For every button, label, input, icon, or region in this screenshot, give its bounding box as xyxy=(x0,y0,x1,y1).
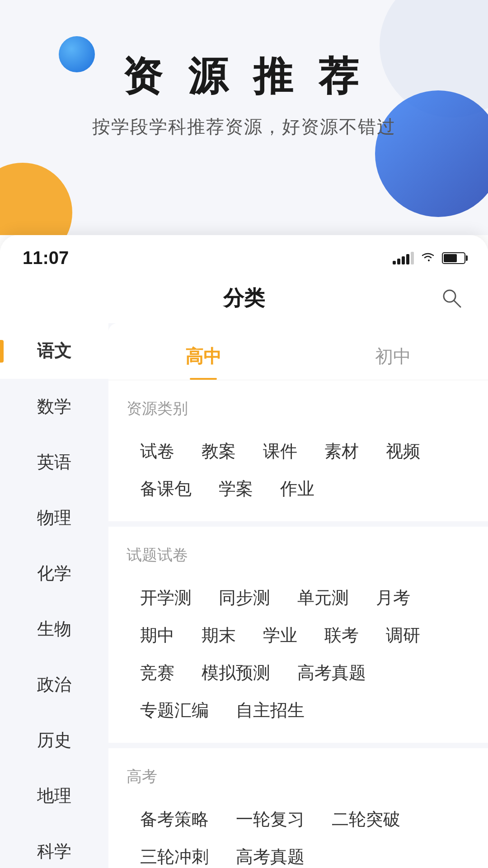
tag-shipin[interactable]: 视频 xyxy=(372,433,434,470)
section-title-exam: 试题试卷 xyxy=(127,545,470,566)
section-exam: 试题试卷 开学测 同步测 单元测 月考 期中 期末 学业 联考 调研 竞赛 模拟… xyxy=(108,527,488,748)
sidebar-item-shengwu[interactable]: 生物 xyxy=(0,601,108,657)
tag-gaokaozhenti[interactable]: 高考真题 xyxy=(284,654,380,692)
tag-kejian[interactable]: 课件 xyxy=(249,433,311,470)
tag-diaoyan[interactable]: 调研 xyxy=(372,617,434,654)
status-time: 11:07 xyxy=(23,248,69,268)
sidebar-item-wuli[interactable]: 物理 xyxy=(0,490,108,546)
svg-line-1 xyxy=(454,301,460,307)
tag-yuekao[interactable]: 月考 xyxy=(362,579,424,617)
tag-jiaoan[interactable]: 教案 xyxy=(188,433,249,470)
sidebar-item-kexue[interactable]: 科学 xyxy=(0,824,108,868)
top-bar: 分类 xyxy=(0,275,488,323)
hero-subtitle: 按学段学科推荐资源，好资源不错过 xyxy=(92,114,396,139)
tag-liankao[interactable]: 联考 xyxy=(311,617,372,654)
sidebar-item-shuxue[interactable]: 数学 xyxy=(0,379,108,434)
tag-jingsai[interactable]: 竞赛 xyxy=(127,654,188,692)
signal-bar-1 xyxy=(393,261,396,264)
sidebar-item-huaxue[interactable]: 化学 xyxy=(0,546,108,601)
signal-icon xyxy=(393,252,414,264)
tag-zizhuzhaosheng[interactable]: 自主招生 xyxy=(222,692,318,729)
section-resource-type: 资源类别 试卷 教案 课件 素材 视频 备课包 学案 作业 xyxy=(108,380,488,527)
tab-chuzhong[interactable]: 初中 xyxy=(298,337,488,380)
tag-zhuantibianbian[interactable]: 专题汇编 xyxy=(127,692,222,729)
phone-frame: 11:07 分类 xyxy=(0,235,488,868)
tag-qizhong[interactable]: 期中 xyxy=(127,617,188,654)
sidebar-item-dili[interactable]: 地理 xyxy=(0,768,108,824)
tag-sucai[interactable]: 素材 xyxy=(311,433,372,470)
battery-fill xyxy=(444,254,457,262)
hero-content: 资 源 推 荐 按学段学科推荐资源，好资源不错过 xyxy=(0,23,488,139)
signal-bar-5 xyxy=(411,252,414,264)
tag-tongbuce[interactable]: 同步测 xyxy=(205,579,284,617)
tag-xuean[interactable]: 学案 xyxy=(205,470,267,508)
section-title-gaokao: 高考 xyxy=(127,766,470,787)
status-icons xyxy=(393,250,465,266)
tag-moniYuce[interactable]: 模拟预测 xyxy=(188,654,284,692)
sidebar-item-yingyu[interactable]: 英语 xyxy=(0,434,108,490)
tag-danyuance[interactable]: 单元测 xyxy=(284,579,362,617)
signal-bar-2 xyxy=(397,259,400,264)
signal-bar-3 xyxy=(402,256,405,264)
sidebar-item-lishi[interactable]: 历史 xyxy=(0,712,108,768)
hero-bg-circle-left xyxy=(0,163,72,235)
tag-grid-gaokao: 备考策略 一轮复习 二轮突破 三轮冲刺 高考真题 xyxy=(127,801,470,868)
signal-bar-4 xyxy=(406,254,409,264)
tag-beikebao[interactable]: 备课包 xyxy=(127,470,205,508)
tag-xueye[interactable]: 学业 xyxy=(249,617,311,654)
content-area: 语文 数学 英语 物理 化学 生物 政治 历史 地理 科学 信息 综合 其他 高… xyxy=(0,323,488,868)
main-panel: 高中 初中 资源类别 试卷 教案 课件 素材 视频 备课包 学案 作业 xyxy=(108,323,488,868)
grade-tabs: 高中 初中 xyxy=(108,323,488,380)
tag-qimo[interactable]: 期末 xyxy=(188,617,249,654)
page-title: 分类 xyxy=(223,284,265,312)
tag-kaixuece[interactable]: 开学测 xyxy=(127,579,205,617)
status-bar: 11:07 xyxy=(0,235,488,275)
tag-grid-resource-type: 试卷 教案 课件 素材 视频 备课包 学案 作业 xyxy=(127,433,470,508)
tag-grid-exam: 开学测 同步测 单元测 月考 期中 期末 学业 联考 调研 竞赛 模拟预测 高考… xyxy=(127,579,470,729)
wifi-icon xyxy=(420,250,436,266)
section-title-resource-type: 资源类别 xyxy=(127,398,470,419)
tag-shijuan[interactable]: 试卷 xyxy=(127,433,188,470)
battery-icon xyxy=(442,252,465,264)
hero-section: 资 源 推 荐 按学段学科推荐资源，好资源不错过 xyxy=(0,0,488,235)
tab-gaozhong[interactable]: 高中 xyxy=(108,337,298,380)
tag-beikaocelue[interactable]: 备考策略 xyxy=(127,801,222,838)
tag-zuoye[interactable]: 作业 xyxy=(267,470,328,508)
sidebar-item-yuwen[interactable]: 语文 xyxy=(0,323,108,379)
tag-sanlunchongci[interactable]: 三轮冲刺 xyxy=(127,838,222,868)
tag-gaokaozhenti2[interactable]: 高考真题 xyxy=(222,838,318,868)
hero-title: 资 源 推 荐 xyxy=(122,50,365,104)
tag-erluntupuo[interactable]: 二轮突破 xyxy=(318,801,414,838)
search-button[interactable] xyxy=(438,285,465,312)
sidebar-item-zhengzhi[interactable]: 政治 xyxy=(0,657,108,712)
sidebar: 语文 数学 英语 物理 化学 生物 政治 历史 地理 科学 信息 综合 其他 xyxy=(0,323,108,868)
tag-yilunfuxi[interactable]: 一轮复习 xyxy=(222,801,318,838)
section-gaokao: 高考 备考策略 一轮复习 二轮突破 三轮冲刺 高考真题 xyxy=(108,748,488,868)
